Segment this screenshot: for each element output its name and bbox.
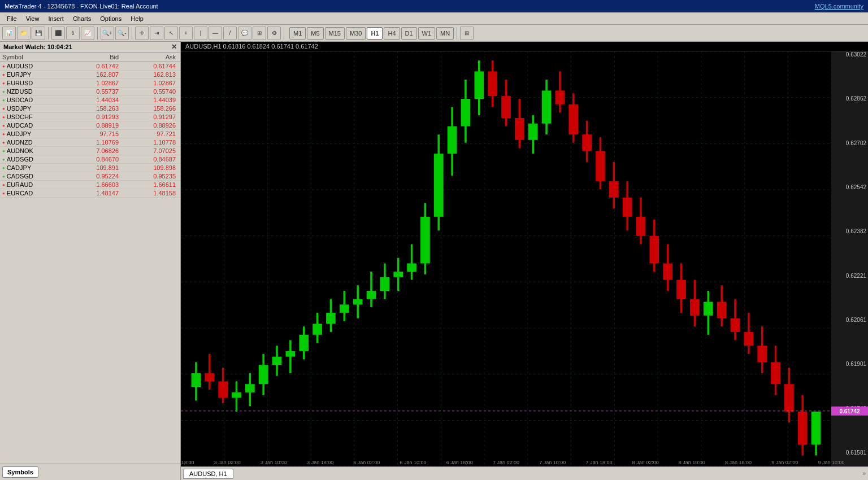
symbol-name: AUDCAD [7, 122, 33, 129]
bid-price: 97.715 [67, 130, 125, 138]
mw-row-audsgd[interactable]: ● AUDSGD 0.84670 0.84687 [0, 155, 180, 164]
market-watch-close[interactable]: ✕ [171, 43, 177, 51]
symbol-dot: ● [2, 132, 5, 137]
zoom-out-btn[interactable]: 🔍- [115, 27, 129, 40]
zoom-in-btn[interactable]: 🔍+ [101, 27, 114, 40]
chart-canvas-wrapper[interactable] [181, 51, 868, 466]
mw-row-euraud[interactable]: ● EURAUD 1.66603 1.66611 [0, 181, 180, 189]
save-btn[interactable]: 💾 [32, 27, 45, 40]
candle-btn[interactable]: 🕯 [66, 27, 80, 40]
mw-symbol-cell: ● USDCAD [0, 96, 67, 104]
tf-m30[interactable]: M30 [346, 27, 366, 40]
ask-price: 0.55740 [125, 88, 180, 96]
symbol-dot: ● [2, 191, 5, 196]
symbol-dot: ● [2, 98, 5, 103]
symbol-dot: ● [2, 115, 5, 120]
ask-price: 0.61744 [125, 62, 180, 71]
tf-h1[interactable]: H1 [367, 27, 383, 40]
arrow-btn[interactable]: ↖ [164, 27, 178, 40]
chart-info-text: AUDUSD,H1 0.61816 0.61824 0.61741 0.6174… [185, 43, 318, 50]
mw-row-audnzd[interactable]: ● AUDNZD 1.10769 1.10778 [0, 138, 180, 147]
chart-info-bar: AUDUSD,H1 0.61816 0.61824 0.61741 0.6174… [181, 42, 868, 51]
grid-btn[interactable]: ⊞ [253, 27, 266, 40]
mw-row-audusd[interactable]: ● AUDUSD 0.61742 0.61744 [0, 62, 180, 71]
chart-tab-bar: AUDUSD, H1 » [181, 466, 868, 480]
menu-item-options[interactable]: Options [96, 14, 126, 23]
bid-price: 109.891 [67, 164, 125, 172]
bid-price: 1.10769 [67, 138, 125, 147]
symbol-name: AUDSGD [7, 156, 33, 163]
tile-btn[interactable]: ⊞ [460, 27, 474, 40]
tf-m5[interactable]: M5 [307, 27, 323, 40]
menu-bar: FileViewInsertChartsOptionsHelp [0, 12, 868, 25]
mw-row-eurusd[interactable]: ● EURUSD 1.02867 1.02867 [0, 79, 180, 88]
tline-btn[interactable]: / [223, 27, 237, 40]
menu-item-help[interactable]: Help [126, 14, 148, 23]
mw-row-audjpy[interactable]: ● AUDJPY 97.715 97.721 [0, 130, 180, 138]
open-btn[interactable]: 📁 [17, 27, 31, 40]
ask-price: 162.813 [125, 71, 180, 79]
symbol-dot: ● [2, 140, 5, 145]
bar-chart-btn[interactable]: ⬛ [51, 27, 65, 40]
crosshair-btn[interactable]: ✛ [135, 27, 149, 40]
menu-item-charts[interactable]: Charts [68, 14, 96, 23]
tf-mn[interactable]: MN [436, 27, 454, 40]
bid-price: 1.44034 [67, 96, 125, 104]
vline-btn[interactable]: | [194, 27, 207, 40]
symbol-name: EURUSD [7, 80, 33, 86]
tf-h4[interactable]: H4 [384, 27, 400, 40]
mw-symbol-cell: ● EURUSD [0, 79, 67, 87]
mql5-link[interactable]: MQL5.community [815, 3, 863, 10]
chart-tab-audusd[interactable]: AUDUSD, H1 [183, 469, 233, 479]
ask-price: 1.44039 [125, 96, 180, 104]
menu-item-view[interactable]: View [21, 14, 44, 23]
col-symbol: Symbol [0, 53, 67, 62]
ask-price: 97.721 [125, 130, 180, 138]
mw-row-nzdusd[interactable]: ● NZDUSD 0.55737 0.55740 [0, 88, 180, 96]
mw-row-audnok[interactable]: ● AUDNOK 7.06826 7.07025 [0, 147, 180, 155]
symbol-name: EURAUD [7, 181, 33, 188]
symbol-name: EURJPY [7, 71, 31, 78]
col-ask: Ask [125, 53, 180, 62]
symbol-name: NZDUSD [7, 88, 33, 95]
chart-expand-icon[interactable]: » [862, 470, 866, 477]
main-chart-canvas[interactable] [181, 51, 868, 466]
line-btn[interactable]: 📈 [81, 27, 94, 40]
tf-w1[interactable]: W1 [418, 27, 436, 40]
fibo-btn[interactable]: ⚙ [267, 27, 281, 40]
tf-m1[interactable]: M1 [289, 27, 306, 40]
mw-row-eurjpy[interactable]: ● EURJPY 162.807 162.813 [0, 71, 180, 79]
new-chart-btn[interactable]: 📊 [2, 27, 16, 40]
tf-m15[interactable]: M15 [325, 27, 345, 40]
symbol-name: AUDNOK [7, 147, 33, 154]
symbols-tab[interactable]: Symbols [2, 466, 38, 478]
sep5 [457, 27, 457, 40]
symbol-dot: ● [2, 157, 5, 162]
mw-symbol-cell: ● AUDCAD [0, 121, 67, 129]
menu-item-file[interactable]: File [2, 14, 21, 23]
mw-row-audcad[interactable]: ● AUDCAD 0.88919 0.88926 [0, 121, 180, 130]
menu-item-insert[interactable]: Insert [44, 14, 68, 23]
period-sep-btn[interactable]: ⇥ [150, 27, 163, 40]
market-watch-panel: Market Watch: 10:04:21 ✕ Symbol Bid Ask … [0, 42, 181, 480]
title-bar: MetaTrader 4 - 12345678 - FXON-Live01: R… [0, 0, 868, 12]
mw-row-eurcad[interactable]: ● EURCAD 1.48147 1.48158 [0, 189, 180, 198]
bid-price: 0.95224 [67, 172, 125, 181]
mw-symbol-cell: ● AUDNOK [0, 147, 67, 155]
symbol-name: USDCHF [7, 114, 33, 120]
mw-row-usdchf[interactable]: ● USDCHF 0.91293 0.91297 [0, 113, 180, 121]
sep2 [97, 27, 98, 40]
text-btn[interactable]: 💬 [238, 27, 251, 40]
mw-row-usdjpy[interactable]: ● USDJPY 158.263 158.266 [0, 104, 180, 113]
crosshair2-btn[interactable]: + [179, 27, 193, 40]
mw-row-cadjpy[interactable]: ● CADJPY 109.891 109.898 [0, 164, 180, 172]
tf-d1[interactable]: D1 [401, 27, 417, 40]
hline-btn[interactable]: — [209, 27, 222, 40]
mw-row-cadsgd[interactable]: ● CADSGD 0.95224 0.95235 [0, 172, 180, 181]
ask-price: 1.10778 [125, 138, 180, 147]
mw-symbol-cell: ● AUDSGD [0, 155, 67, 163]
bid-price: 0.84670 [67, 155, 125, 164]
market-watch-footer: Symbols [0, 464, 180, 480]
mw-symbol-cell: ● NZDUSD [0, 88, 67, 95]
mw-row-usdcad[interactable]: ● USDCAD 1.44034 1.44039 [0, 96, 180, 104]
